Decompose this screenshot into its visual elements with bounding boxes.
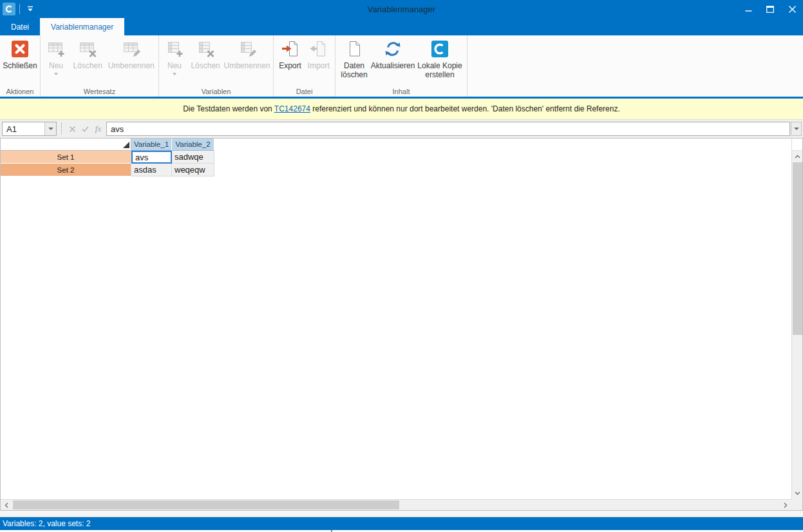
variablen-neu-label: Neu [167,61,182,70]
lokale-kopie-button[interactable]: Lokale Kopie erstellen [414,37,466,79]
ribbon-group-wertesatz: Neu Löschen Umbenennen Wertesatz [41,35,159,97]
ribbon-group-datei: Export Import Datei [274,35,335,97]
horizontal-scrollbar-thumb[interactable] [13,500,399,509]
quick-access-dropdown-icon[interactable] [26,5,35,14]
vertical-scrollbar-thumb[interactable] [793,162,802,335]
wertesatz-neu-label: Neu [49,61,63,70]
export-file-icon [279,39,300,59]
group-label-datei: Datei [274,88,335,95]
wertesatz-neu-dropdown-icon[interactable] [54,73,58,75]
import-label: Import [308,61,330,70]
wertesatz-loeschen-label: Löschen [73,61,102,70]
group-label-variablen: Variablen [159,88,273,95]
row-header-set-2[interactable]: Set 2 [1,164,131,176]
table-add-icon [46,39,66,59]
minimize-button[interactable] [737,0,759,18]
variablen-neu-button[interactable]: Neu [160,37,189,75]
tosca-logo-icon [430,39,450,59]
cancel-entry-button[interactable] [66,122,79,136]
status-bar: Variables: 2, value sets: 2 [0,517,803,530]
formula-bar: A1 fx [0,120,803,138]
variablen-umbenennen-label: Umbenennen [224,61,270,70]
variablen-loeschen-button[interactable]: Löschen [189,37,222,70]
scroll-right-icon[interactable] [780,500,791,510]
testcase-link[interactable]: TC142674 [274,104,310,113]
variablen-neu-dropdown-icon[interactable] [173,73,176,75]
column-header-variable-2[interactable]: Variable_2 [172,138,214,151]
scroll-down-icon[interactable] [792,488,802,499]
ribbon: Schließen Aktionen Neu Löschen [0,35,803,97]
maximize-button[interactable] [759,0,781,18]
notice-text-after: referenziert und können nur dort bearbei… [310,104,620,113]
status-text: Variables: 2, value sets: 2 [3,519,91,528]
select-all-corner[interactable] [1,138,131,151]
cell-name-box[interactable]: A1 [2,122,57,136]
scrollbar-header-cap [792,138,802,151]
scrollbar-corner [791,499,802,510]
cell-reference: A1 [3,124,44,134]
import-file-icon [308,39,329,59]
table-rename-icon [121,39,142,59]
wertesatz-umbenennen-label: Umbenennen [108,61,155,70]
fx-icon: fx [95,124,101,134]
tab-variablenmanager[interactable]: Variablenmanager [40,18,124,35]
tab-datei[interactable]: Datei [0,18,40,35]
refresh-icon [383,39,403,59]
variablen-loeschen-label: Löschen [191,61,220,70]
group-label-aktionen: Aktionen [0,88,40,95]
variablen-umbenennen-button[interactable]: Umbenennen [222,37,272,70]
insert-function-button[interactable]: fx [92,122,104,136]
daten-loeschen-label: Daten löschen [340,61,368,79]
row-header-set-1[interactable]: Set 1 [1,151,131,164]
schliessen-button[interactable]: Schließen [1,37,39,70]
ribbon-group-aktionen: Schließen Aktionen [0,35,41,97]
vertical-scrollbar[interactable] [791,138,802,499]
notice-text-before: Die Testdaten werden von [183,104,274,113]
formula-bar-separator [61,123,62,135]
table-delete-icon [77,39,98,59]
cell-a1-selected[interactable]: avs [131,151,172,164]
cell-a2[interactable]: asdas [131,164,172,176]
titlebar-separator [19,4,20,14]
group-label-inhalt: Inhalt [335,88,467,95]
title-bar: Variablenmanager [0,0,803,18]
column-delete-icon [195,39,216,59]
ribbon-empty-space [468,35,803,97]
group-label-wertesatz: Wertesatz [41,88,158,95]
app-logo-icon [3,3,15,15]
aktualisieren-button[interactable]: Aktualisieren [372,37,414,70]
aktualisieren-label: Aktualisieren [371,61,415,70]
horizontal-scrollbar[interactable] [1,499,791,510]
ribbon-tab-row: Datei Variablenmanager [0,18,803,35]
export-label: Export [279,61,301,70]
scroll-left-icon[interactable] [1,500,12,510]
scroll-up-icon[interactable] [792,151,802,162]
variablenmanager-window: Variablenmanager Datei Variablenmanager … [0,0,803,532]
schliessen-label: Schließen [3,61,37,70]
ribbon-group-inhalt: Daten löschen Aktualisieren Lokale Kopie… [335,35,468,97]
export-button[interactable]: Export [276,37,305,70]
close-x-icon [10,39,30,59]
column-add-icon [164,39,185,59]
wertesatz-umbenennen-button[interactable]: Umbenennen [105,37,157,70]
cell-b2[interactable]: weqeqw [172,164,214,176]
cell-b1[interactable]: sadwqe [172,151,214,164]
wertesatz-neu-button[interactable]: Neu [42,37,70,75]
daten-loeschen-button[interactable]: Daten löschen [337,37,372,79]
blank-page-icon [344,39,364,59]
column-header-variable-1[interactable]: Variable_1 [131,138,172,151]
close-window-button[interactable] [781,0,803,18]
status-gap-strip [0,511,803,517]
name-box-dropdown-icon[interactable] [44,122,56,135]
column-rename-icon [237,39,258,59]
reference-notice-bar: Die Testdaten werden von TC142674 refere… [0,99,803,120]
formula-bar-expand-icon[interactable] [791,122,802,136]
ribbon-group-variablen: Neu Löschen Umbenennen Variablen [159,35,274,97]
confirm-entry-button[interactable] [79,122,91,136]
wertesatz-loeschen-button[interactable]: Löschen [70,37,105,70]
window-title: Variablenmanager [0,5,803,14]
lokale-kopie-label: Lokale Kopie erstellen [417,61,462,79]
import-button[interactable]: Import [305,37,333,70]
formula-input[interactable] [106,122,790,136]
spreadsheet-area: Variable_1 Variable_2 Set 1 Set 2 avs sa… [0,138,803,511]
